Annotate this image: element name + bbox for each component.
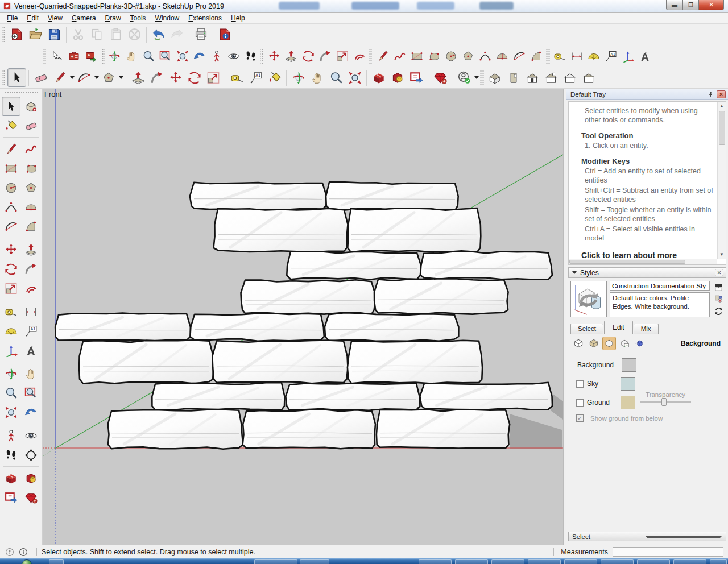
push-pull-tool-button[interactable] — [129, 68, 147, 87]
sky-color-swatch[interactable] — [621, 377, 635, 391]
arc-tool-button[interactable] — [2, 197, 20, 217]
taskbar-app-button[interactable] — [419, 559, 452, 564]
freehand-tool-button[interactable] — [391, 48, 408, 65]
two-point-arc-tool-button[interactable] — [2, 217, 20, 236]
walk-tool-button[interactable] — [2, 445, 20, 465]
plank[interactable] — [420, 251, 552, 279]
tab-mix[interactable]: Mix — [634, 324, 659, 334]
rotate-tool-button[interactable] — [2, 259, 20, 279]
paint-bucket-tool-button[interactable] — [2, 116, 20, 135]
tray-header[interactable]: Default Tray ✕ — [566, 89, 728, 100]
plank[interactable] — [152, 383, 284, 410]
open-file-button[interactable] — [26, 25, 45, 44]
rectangle-tool-button[interactable] — [2, 159, 20, 178]
plank[interactable] — [243, 410, 375, 449]
pan-tool-button[interactable] — [123, 48, 140, 65]
watermark-settings-icon[interactable] — [618, 337, 631, 350]
zoom-extents-tool-button[interactable] — [174, 48, 191, 65]
zoom-tool-button[interactable] — [2, 383, 20, 403]
share-model-button[interactable] — [407, 68, 425, 87]
create-style-button[interactable] — [713, 293, 724, 305]
tray-close-icon[interactable]: ✕ — [717, 90, 726, 98]
extension-warehouse-button[interactable] — [388, 68, 407, 87]
plank[interactable] — [348, 341, 482, 384]
style-name-input[interactable] — [610, 281, 710, 291]
sky-checkbox[interactable] — [576, 380, 584, 388]
circle-tool-button[interactable] — [2, 178, 20, 197]
styles-close-icon[interactable]: ✕ — [715, 269, 723, 276]
instructor-vertical-scrollbar[interactable]: ▲ ▼ — [717, 102, 726, 259]
line-tool-dropdown-caret[interactable] — [70, 76, 75, 79]
pie-tool-button[interactable] — [22, 197, 40, 217]
pan-tool-button[interactable] — [22, 364, 40, 383]
pan-tool-button[interactable] — [308, 68, 326, 87]
minimize-button[interactable]: ▬ — [666, 0, 683, 10]
polygon-tool-button[interactable] — [460, 48, 477, 65]
taskbar-app-button[interactable] — [637, 559, 670, 564]
pin-icon[interactable] — [706, 90, 715, 98]
plank[interactable] — [79, 340, 213, 383]
toolbar-grip[interactable] — [5, 91, 38, 94]
3d-warehouse-button[interactable] — [369, 68, 388, 87]
move-tool-button[interactable] — [266, 48, 283, 65]
model-info-button[interactable] — [216, 25, 234, 44]
dimension-tool-button[interactable] — [568, 48, 585, 65]
undo-button[interactable] — [149, 25, 168, 44]
plank[interactable] — [420, 383, 552, 410]
taskbar-app-button[interactable] — [601, 559, 634, 564]
follow-me-tool-button[interactable] — [317, 48, 334, 65]
menu-camera[interactable]: Camera — [67, 13, 101, 23]
dimension-tool-button[interactable] — [22, 302, 40, 321]
styles-panel-header[interactable]: Styles ✕ — [568, 267, 726, 278]
menu-draw[interactable]: Draw — [101, 13, 126, 23]
plank[interactable] — [214, 209, 348, 252]
scale-tool-button[interactable] — [204, 68, 222, 87]
taskbar-app-button[interactable] — [491, 559, 524, 564]
line-tool-button[interactable] — [2, 139, 20, 159]
select-tool-button[interactable] — [2, 97, 20, 116]
display-secondary-pane-button[interactable] — [713, 281, 724, 293]
tape-measure-tool-button[interactable] — [2, 302, 20, 321]
menu-extensions[interactable]: Extensions — [184, 13, 226, 23]
plank[interactable] — [212, 341, 348, 384]
tape-measure-tool-button[interactable] — [551, 48, 568, 65]
start-button[interactable] — [22, 559, 32, 564]
view-back-button[interactable] — [560, 68, 579, 87]
axes-tool-button[interactable] — [2, 341, 20, 360]
extension-warehouse-button[interactable] — [22, 468, 40, 488]
menu-file[interactable]: File — [2, 13, 22, 23]
orbit-tool-button[interactable] — [2, 364, 20, 383]
paint-bucket-tool-button[interactable] — [265, 68, 284, 87]
freehand-tool-button[interactable] — [22, 139, 40, 159]
protractor-tool-button[interactable] — [585, 48, 602, 65]
toolbar-grip[interactable] — [369, 48, 373, 65]
scale-tool-button[interactable] — [2, 279, 20, 298]
share-model-button[interactable] — [2, 488, 20, 507]
eraser-tool-button[interactable] — [31, 68, 50, 87]
sign-in-dropdown-caret[interactable] — [474, 76, 479, 79]
taskbar-app-button[interactable] — [254, 559, 297, 564]
axes-tool-button[interactable] — [619, 48, 636, 65]
text-tool-button[interactable]: A1 — [246, 68, 265, 87]
update-style-button[interactable] — [713, 305, 724, 317]
line-tool-button[interactable] — [50, 68, 69, 87]
ground-color-swatch[interactable] — [621, 396, 635, 409]
taskbar-app-button[interactable] — [564, 559, 597, 564]
select-tool-button[interactable] — [7, 68, 26, 87]
turn-around-tool-button[interactable] — [22, 445, 40, 465]
three-point-arc-tool-button[interactable] — [22, 217, 40, 236]
geolocation-icon[interactable] — [5, 547, 15, 557]
toolbar-grip[interactable] — [260, 48, 264, 65]
follow-me-tool-button[interactable] — [22, 259, 40, 279]
edge-settings-icon[interactable] — [572, 337, 585, 350]
view-left-button[interactable] — [579, 68, 598, 87]
ground-checkbox[interactable] — [576, 399, 584, 407]
background-color-swatch[interactable] — [622, 358, 636, 372]
sign-in-button[interactable] — [454, 68, 473, 87]
3d-warehouse-button[interactable] — [2, 468, 20, 488]
text-tool-button[interactable]: A1 — [22, 321, 40, 341]
previous-view-button[interactable] — [191, 48, 208, 65]
move-tool-button[interactable] — [166, 68, 185, 87]
plank[interactable] — [286, 383, 420, 410]
plank[interactable] — [348, 208, 481, 252]
